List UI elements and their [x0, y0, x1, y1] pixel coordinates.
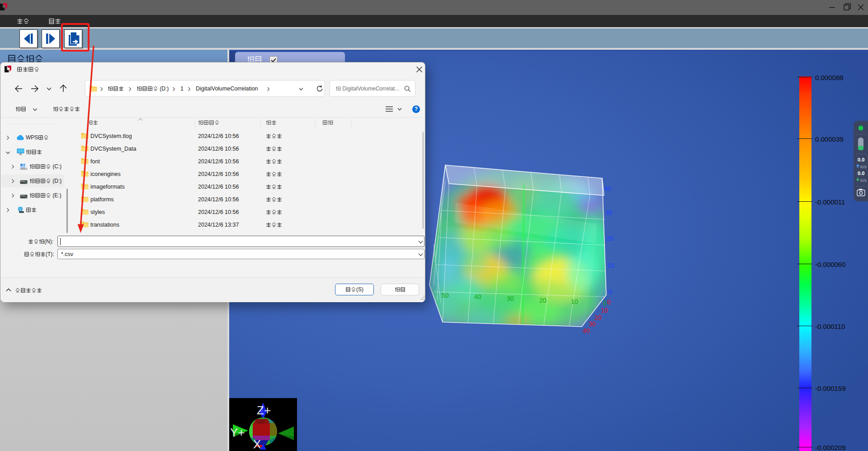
svg-text:20: 20	[539, 297, 547, 304]
svg-text:0: 0	[607, 299, 611, 306]
svg-text:40: 40	[474, 293, 481, 300]
svg-text:30: 30	[605, 209, 613, 216]
svg-text:20: 20	[606, 235, 613, 242]
svg-text:0: 0	[609, 289, 612, 296]
svg-text:X: X	[253, 437, 261, 451]
svg-text:0: 0	[603, 299, 607, 307]
svg-text:K/s: K/s	[860, 178, 867, 183]
svg-text:40: 40	[604, 185, 611, 192]
svg-text:K/s: K/s	[860, 164, 867, 169]
svg-text:0.0: 0.0	[858, 157, 864, 162]
svg-text:50: 50	[442, 292, 449, 299]
svg-text:10: 10	[571, 298, 578, 305]
svg-text:0.0: 0.0	[858, 171, 864, 176]
svg-text:40: 40	[583, 327, 590, 334]
svg-text:Z+: Z+	[257, 404, 271, 417]
svg-text:10: 10	[601, 307, 608, 314]
svg-text:Y+: Y+	[230, 426, 245, 439]
svg-text:30: 30	[589, 320, 596, 328]
svg-text:10: 10	[607, 262, 614, 269]
svg-text:30: 30	[507, 295, 514, 302]
